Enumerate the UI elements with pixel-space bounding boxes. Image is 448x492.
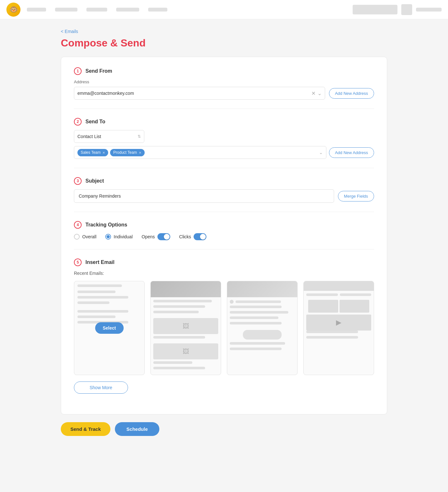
nav-link-5[interactable] (148, 8, 167, 12)
send-to-section: 2 Send To Contact List ⇅ Sales Team × Pr… (74, 118, 374, 159)
nav-link-4[interactable] (116, 8, 139, 12)
toggle-opens[interactable]: Opens (142, 233, 170, 240)
address-value: emma@contactmonkey.com (77, 91, 311, 96)
recent-emails-label: Recent Emails: (74, 271, 374, 276)
clicks-toggle-knob (200, 234, 206, 240)
add-address-button-1[interactable]: Add New Address (329, 88, 374, 99)
nav-right (353, 4, 442, 15)
clear-icon[interactable]: ✕ (311, 90, 316, 96)
opens-toggle[interactable] (157, 233, 170, 240)
tracking-row: Overall Individual Opens Clicks (74, 233, 374, 240)
send-track-button[interactable]: Send & Track (61, 422, 110, 436)
insert-email-title: Insert Email (85, 259, 115, 265)
opens-label: Opens (142, 234, 155, 239)
schedule-button[interactable]: Schedule (115, 422, 159, 436)
tracking-title: Tracking Options (85, 222, 127, 228)
clicks-label: Clicks (179, 234, 191, 239)
address-controls[interactable]: ✕ ⌄ (311, 90, 322, 96)
subject-input[interactable] (74, 189, 334, 203)
thumb-2-img: 🖼 (153, 318, 218, 334)
user-name (416, 8, 442, 12)
radio-individual-dot (107, 235, 110, 238)
compose-card: 1 Send From Address emma@contactmonkey.c… (61, 57, 387, 414)
tags-dropdown-icon[interactable]: ⌄ (319, 150, 323, 155)
tags-input[interactable]: Sales Team × Product Team × ⌄ (74, 146, 326, 159)
thumb-2-header (151, 281, 221, 297)
send-to-header: 2 Send To (74, 118, 374, 126)
radio-overall-circle[interactable] (74, 234, 80, 240)
send-from-title: Send From (85, 68, 112, 74)
address-input-wrap[interactable]: emma@contactmonkey.com ✕ ⌄ (74, 87, 325, 100)
subject-header: 3 Subject (74, 177, 374, 185)
nav-link-2[interactable] (55, 8, 77, 12)
opens-toggle-knob (164, 234, 170, 240)
thumb-4-video: ▶ (306, 315, 371, 331)
send-to-title: Send To (85, 119, 105, 125)
nav-link-3[interactable] (86, 8, 107, 12)
navbar: 🐵 (0, 0, 448, 19)
email-thumb-1[interactable]: Select (74, 281, 145, 375)
tag-sales-team[interactable]: Sales Team × (77, 149, 108, 156)
radio-overall-label: Overall (82, 234, 96, 239)
select-button-1[interactable]: Select (95, 322, 124, 334)
subject-row: Merge Fields (74, 189, 374, 203)
show-more-button[interactable]: Show More (74, 381, 128, 394)
merge-fields-button[interactable]: Merge Fields (338, 191, 374, 201)
nav-links (27, 8, 346, 12)
breadcrumb[interactable]: < Emails (61, 29, 387, 34)
email-thumb-3[interactable] (227, 281, 298, 375)
select-arrows-icon: ⇅ (138, 134, 141, 139)
step-1-circle: 1 (74, 67, 82, 75)
address-row: emma@contactmonkey.com ✕ ⌄ Add New Addre… (74, 87, 374, 100)
insert-email-section: 5 Insert Email Recent Emails: Select (74, 258, 374, 394)
tracking-header: 4 Tracking Options (74, 221, 374, 229)
step-4-circle: 4 (74, 221, 82, 229)
logo: 🐵 (6, 3, 20, 17)
tag-product-team[interactable]: Product Team × (110, 149, 144, 156)
tag-sales-remove[interactable]: × (102, 150, 105, 155)
thumb-3-header (227, 281, 297, 297)
email-thumb-4[interactable]: ▶ (303, 281, 374, 375)
nav-link-1[interactable] (27, 8, 46, 12)
radio-individual-circle[interactable] (105, 234, 111, 240)
chevron-down-icon[interactable]: ⌄ (317, 90, 322, 96)
tag-product-remove[interactable]: × (139, 150, 141, 155)
radio-individual-label: Individual (114, 234, 132, 239)
tag-sales-label: Sales Team (81, 150, 100, 155)
toggle-clicks[interactable]: Clicks (179, 233, 206, 240)
send-from-section: 1 Send From Address emma@contactmonkey.c… (74, 67, 374, 100)
step-5-circle: 5 (74, 258, 82, 266)
select-overlay-1: Select (95, 322, 124, 334)
contact-list-select[interactable]: Contact List ⇅ (74, 130, 144, 143)
show-more-wrap: Show More (74, 381, 374, 394)
email-thumbnails: Select 🖼 (74, 281, 374, 375)
address-label: Address (74, 79, 374, 84)
logo-icon: 🐵 (6, 3, 20, 17)
add-address-button-2[interactable]: Add New Address (329, 147, 374, 158)
subject-title: Subject (85, 178, 104, 184)
page-content: < Emails Compose & Send 1 Send From Addr… (48, 19, 400, 455)
bottom-actions: Send & Track Schedule (61, 422, 387, 436)
radio-individual[interactable]: Individual (105, 234, 132, 240)
tag-product-label: Product Team (113, 150, 137, 155)
email-thumb-2[interactable]: 🖼 🖼 (150, 281, 221, 375)
thumb-4-header (304, 281, 374, 291)
page-title: Compose & Send (61, 37, 387, 49)
avatar (401, 4, 412, 15)
select-value: Contact List (77, 134, 138, 139)
radio-overall[interactable]: Overall (74, 234, 96, 240)
step-3-circle: 3 (74, 177, 82, 185)
clicks-toggle[interactable] (194, 233, 206, 240)
search-bar[interactable] (353, 5, 397, 14)
insert-email-header: 5 Insert Email (74, 258, 374, 266)
thumb-2-img2: 🖼 (153, 343, 218, 359)
step-2-circle: 2 (74, 118, 82, 126)
tracking-section: 4 Tracking Options Overall Individual Op… (74, 221, 374, 240)
subject-section: 3 Subject Merge Fields (74, 177, 374, 203)
send-from-header: 1 Send From (74, 67, 374, 75)
tags-row: Sales Team × Product Team × ⌄ Add New Ad… (74, 146, 374, 159)
